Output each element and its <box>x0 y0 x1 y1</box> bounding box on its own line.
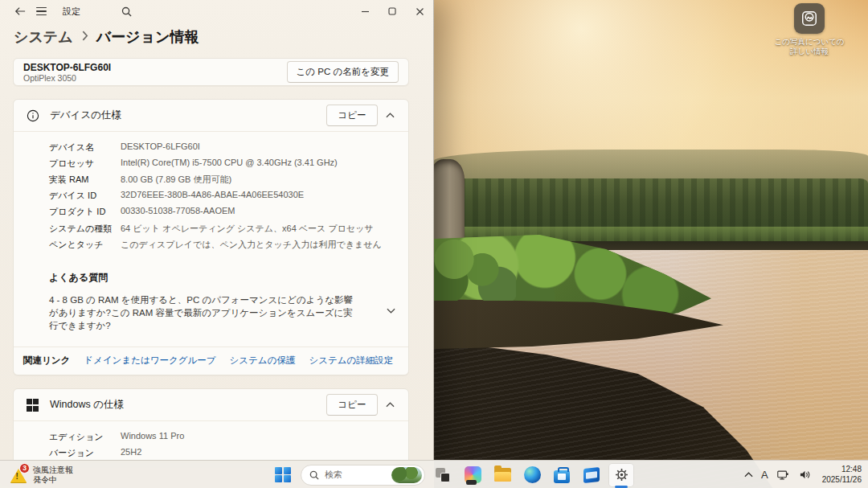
search-placeholder: 検索 <box>325 469 386 481</box>
settings-content: DESKTOP-6LFG60I OptiPlex 3050 この PC の名前を… <box>0 55 433 460</box>
tray-overflow-chevron-icon[interactable] <box>743 470 755 479</box>
clock-date: 2025/11/26 <box>822 475 862 486</box>
minimize-button[interactable] <box>351 0 379 23</box>
chevron-up-icon[interactable] <box>378 113 402 118</box>
task-view-icon <box>436 468 450 482</box>
widgets-button[interactable]: ! 3 強風注意報 発令中 <box>4 462 78 487</box>
edge-icon <box>524 466 541 483</box>
weather-warning-icon: ! 3 <box>9 465 28 485</box>
settings-window: 設定 システム バージョン情報 <box>0 0 434 460</box>
device-spec-card: デバイスの仕様 コピー デバイス名 DESKTOP-6LFG60I プロセッサ … <box>13 99 409 375</box>
search-icon[interactable] <box>116 2 137 20</box>
windows-logo-icon <box>26 398 39 412</box>
volume-icon[interactable] <box>797 468 813 482</box>
system-tray: A 12:48 2025/11/26 <box>743 462 862 487</box>
info-icon <box>26 109 39 122</box>
windows-spec-title: Windows の仕様 <box>50 398 124 412</box>
spec-row-ram: 実装 RAM 8.00 GB (7.89 GB 使用可能) <box>14 171 408 187</box>
close-button[interactable] <box>406 0 433 23</box>
spotlight-desktop-shortcut[interactable]: この写真についての 詳しい情報 <box>762 3 857 56</box>
task-view-button[interactable] <box>431 464 455 486</box>
related-links-title: 関連リンク <box>23 355 70 367</box>
clock-time: 12:48 <box>822 465 862 475</box>
breadcrumb-separator-icon <box>81 30 88 44</box>
navigation-menu-button[interactable] <box>31 2 51 20</box>
rename-pc-button[interactable]: この PC の名前を変更 <box>287 61 399 83</box>
spec-row-product-id: プロダクト ID 00330-51038-77058-AAOEM <box>14 204 408 220</box>
back-button[interactable] <box>10 2 31 20</box>
spec-row-device-id: デバイス ID 32D76EEE-380B-4A86-ABAE-4A06EE54… <box>14 188 408 204</box>
network-icon[interactable] <box>775 468 791 482</box>
file-explorer-button[interactable] <box>490 464 514 486</box>
link-system-protection[interactable]: システムの保護 <box>230 355 296 367</box>
taskbar: ! 3 強風注意報 発令中 検索 <box>0 460 868 488</box>
mail-app-button[interactable] <box>579 464 604 486</box>
search-daily-image-thumbnail[interactable] <box>391 467 422 483</box>
settings-gear-icon <box>614 467 629 482</box>
window-caption-controls <box>351 0 433 23</box>
spec-row-device-name: デバイス名 DESKTOP-6LFG60I <box>14 139 408 155</box>
spotlight-picture-icon[interactable] <box>794 3 825 34</box>
wallpaper-tower-trees <box>434 232 516 301</box>
microsoft-store-icon <box>554 470 570 483</box>
spec-row-pen-touch: ペンとタッチ このディスプレイでは、ペン入力とタッチ入力は利用できません <box>14 236 408 252</box>
device-name: DESKTOP-6LFG60I <box>23 62 111 73</box>
taskbar-clock[interactable]: 12:48 2025/11/26 <box>819 465 862 485</box>
spec-row-version: バージョン 25H2 <box>14 445 408 461</box>
device-model: OptiPlex 3050 <box>23 73 111 83</box>
search-icon <box>309 470 319 480</box>
windows-spec-card: Windows の仕様 コピー エディション Windows 11 Pro バー… <box>13 388 409 460</box>
settings-app-button[interactable] <box>609 464 633 486</box>
maximize-button[interactable] <box>379 0 406 23</box>
taskbar-center: 検索 <box>271 462 633 487</box>
copilot-button[interactable] <box>461 464 485 486</box>
ime-mode-indicator[interactable]: A <box>761 469 768 481</box>
taskbar-search-box[interactable]: 検索 <box>301 465 425 486</box>
titlebar: 設定 <box>0 0 433 23</box>
desktop-wallpaper: この写真についての 詳しい情報 <box>434 0 868 488</box>
microsoft-store-button[interactable] <box>550 464 574 486</box>
faq-title: よくある質問 <box>49 271 360 285</box>
start-button[interactable] <box>271 464 295 486</box>
app-title: 設定 <box>63 6 80 18</box>
desktop: この写真についての 詳しい情報 設定 <box>0 0 868 488</box>
spotlight-label: この写真についての 詳しい情報 <box>762 37 857 56</box>
copilot-icon <box>465 466 481 483</box>
device-spec-rows: デバイス名 DESKTOP-6LFG60I プロセッサ Intel(R) Cor… <box>14 132 408 260</box>
faq-question[interactable]: 4 - 8 GB の RAM を使用すると、PC のパフォーマンスにどのような影… <box>49 293 360 332</box>
breadcrumb: システム バージョン情報 <box>0 23 433 55</box>
device-name-card: DESKTOP-6LFG60I OptiPlex 3050 この PC の名前を… <box>13 58 409 86</box>
faq-section: よくある質問 4 - 8 GB の RAM を使用すると、PC のパフォーマンス… <box>14 260 408 347</box>
spec-row-system-type: システムの種類 64 ビット オペレーティング システム、x64 ベース プロセ… <box>14 220 408 236</box>
chevron-up-icon[interactable] <box>378 402 402 408</box>
windows-spec-copy-button[interactable]: コピー <box>326 394 378 416</box>
file-explorer-icon <box>494 468 511 482</box>
widgets-alert-text: 強風注意報 発令中 <box>33 465 73 485</box>
windows-spec-rows: エディション Windows 11 Pro バージョン 25H2 インストール日… <box>14 421 408 460</box>
spec-row-edition: エディション Windows 11 Pro <box>14 429 408 445</box>
breadcrumb-system[interactable]: システム <box>14 27 73 47</box>
widgets-badge: 3 <box>19 463 30 474</box>
device-spec-copy-button[interactable]: コピー <box>326 105 378 126</box>
active-app-indicator <box>615 486 628 488</box>
link-domain-workgroup[interactable]: ドメインまたはワークグループ <box>84 355 215 367</box>
spec-row-processor: プロセッサ Intel(R) Core(TM) i5-7500 CPU @ 3.… <box>14 155 408 171</box>
page-title: バージョン情報 <box>96 27 199 47</box>
link-advanced-system-settings[interactable]: システムの詳細設定 <box>309 355 393 367</box>
related-links-row: 関連リンク ドメインまたはワークグループ システムの保護 システムの詳細設定 <box>14 347 408 375</box>
windows-spec-header[interactable]: Windows の仕様 コピー <box>14 389 408 420</box>
device-spec-title: デバイスの仕様 <box>50 109 121 122</box>
windows-start-icon <box>275 467 291 483</box>
device-spec-header[interactable]: デバイスの仕様 コピー <box>14 100 408 131</box>
edge-button[interactable] <box>520 464 544 486</box>
mail-app-icon <box>583 466 600 482</box>
chevron-down-icon[interactable] <box>387 302 395 317</box>
device-identity: DESKTOP-6LFG60I OptiPlex 3050 <box>23 62 111 83</box>
